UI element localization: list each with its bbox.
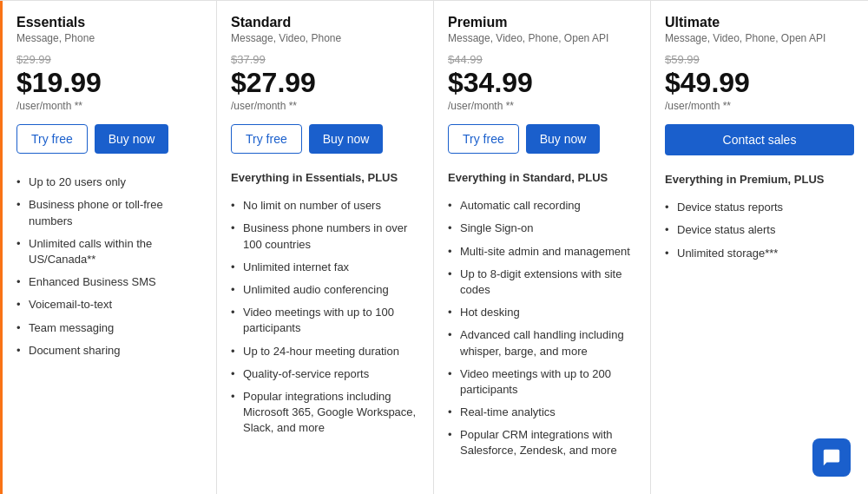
feature-item: Team messaging xyxy=(16,317,202,339)
try-free-button-essentials[interactable]: Try free xyxy=(16,124,88,154)
chat-bubble-button[interactable] xyxy=(812,438,851,477)
contact-sales-button-ultimate[interactable]: Contact sales xyxy=(665,124,854,155)
original-price-standard: $37.99 xyxy=(231,53,419,66)
buy-now-button-standard[interactable]: Buy now xyxy=(309,124,384,154)
feature-item: Document sharing xyxy=(16,339,202,362)
current-price-premium: $34.99 xyxy=(448,68,636,98)
feature-item: Device status reports xyxy=(665,196,854,219)
feature-item: Unlimited internet fax xyxy=(231,256,419,279)
feature-item: Unlimited storage*** xyxy=(665,242,854,265)
plan-col-essentials: Essentials Message, Phone $29.99 $19.99 … xyxy=(0,1,217,494)
feature-item: Up to 24-hour meeting duration xyxy=(231,340,419,363)
original-price-premium: $44.99 xyxy=(448,53,636,66)
feature-item: Up to 8-digit extensions with site codes xyxy=(448,263,636,301)
price-note-standard: /user/month ** xyxy=(231,100,419,112)
plan-name-essentials: Essentials xyxy=(16,15,202,30)
feature-item: Business phone numbers in over 100 count… xyxy=(231,217,419,255)
plan-col-ultimate: Ultimate Message, Video, Phone, Open API… xyxy=(651,1,868,494)
plan-name-ultimate: Ultimate xyxy=(665,15,854,30)
feature-item: Video meetings with up to 100 participan… xyxy=(231,301,419,339)
feature-item: Hot desking xyxy=(448,301,636,324)
feature-item: Video meetings with up to 200 participan… xyxy=(448,363,636,401)
btn-row-ultimate: Contact sales xyxy=(665,124,854,155)
plan-channels-standard: Message, Video, Phone xyxy=(231,32,419,44)
plus-label-premium: Everything in Standard, PLUS xyxy=(448,171,636,184)
feature-item: Up to 20 users only xyxy=(16,171,202,194)
feature-item: Automatic call recording xyxy=(448,194,636,217)
try-free-button-standard[interactable]: Try free xyxy=(231,124,302,154)
pricing-grid: Essentials Message, Phone $29.99 $19.99 … xyxy=(0,0,868,494)
btn-row-essentials: Try free Buy now xyxy=(16,124,202,154)
feature-item: Popular CRM integrations with Salesforce… xyxy=(448,424,636,462)
price-note-ultimate: /user/month ** xyxy=(665,100,854,112)
btn-row-standard: Try free Buy now xyxy=(231,124,419,154)
feature-item: Multi-site admin and management xyxy=(448,240,636,263)
plus-label-standard: Everything in Essentials, PLUS xyxy=(231,171,419,184)
feature-item: Unlimited calls within the US/Canada** xyxy=(16,233,202,271)
plan-channels-essentials: Message, Phone xyxy=(16,32,202,44)
current-price-standard: $27.99 xyxy=(231,68,419,98)
original-price-ultimate: $59.99 xyxy=(665,53,854,66)
try-free-button-premium[interactable]: Try free xyxy=(448,124,519,154)
feature-list-standard: No limit on number of usersBusiness phon… xyxy=(231,194,419,439)
price-note-essentials: /user/month ** xyxy=(16,100,202,112)
feature-item: Single Sign-on xyxy=(448,217,636,240)
feature-item: Unlimited audio conferencing xyxy=(231,279,419,301)
plan-col-premium: Premium Message, Video, Phone, Open API … xyxy=(434,1,651,494)
current-price-ultimate: $49.99 xyxy=(665,68,854,98)
feature-list-ultimate: Device status reportsDevice status alert… xyxy=(665,196,854,265)
plan-channels-premium: Message, Video, Phone, Open API xyxy=(448,32,636,44)
plan-col-standard: Standard Message, Video, Phone $37.99 $2… xyxy=(217,1,434,494)
plan-name-premium: Premium xyxy=(448,15,636,30)
current-price-essentials: $19.99 xyxy=(16,68,202,98)
feature-item: Real-time analytics xyxy=(448,401,636,424)
buy-now-button-essentials[interactable]: Buy now xyxy=(95,124,169,154)
feature-item: Business phone or toll-free numbers xyxy=(16,194,202,232)
btn-row-premium: Try free Buy now xyxy=(448,124,636,154)
plus-label-ultimate: Everything in Premium, PLUS xyxy=(665,173,854,186)
feature-item: Enhanced Business SMS xyxy=(16,271,202,293)
feature-item: Quality-of-service reports xyxy=(231,363,419,385)
plan-name-standard: Standard xyxy=(231,15,419,30)
plan-channels-ultimate: Message, Video, Phone, Open API xyxy=(665,32,854,44)
feature-item: Voicemail-to-text xyxy=(16,293,202,316)
buy-now-button-premium[interactable]: Buy now xyxy=(526,124,601,154)
feature-item: Popular integrations including Microsoft… xyxy=(231,385,419,440)
feature-list-premium: Automatic call recordingSingle Sign-onMu… xyxy=(448,194,636,462)
feature-list-essentials: Up to 20 users onlyBusiness phone or tol… xyxy=(16,171,202,362)
feature-item: Advanced call handling including whisper… xyxy=(448,324,636,362)
feature-item: No limit on number of users xyxy=(231,194,419,217)
original-price-essentials: $29.99 xyxy=(16,53,202,66)
feature-item: Device status alerts xyxy=(665,219,854,241)
price-note-premium: /user/month ** xyxy=(448,100,636,112)
